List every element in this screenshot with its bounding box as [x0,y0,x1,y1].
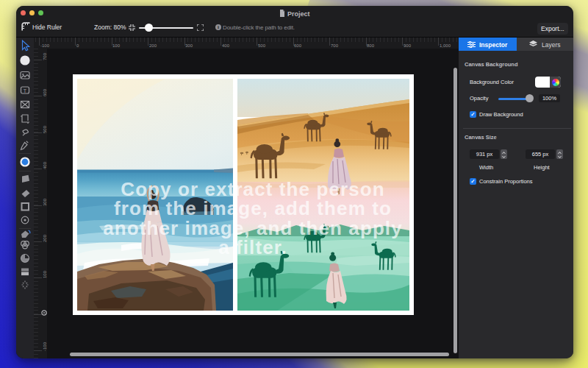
svg-text:T: T [24,88,27,93]
